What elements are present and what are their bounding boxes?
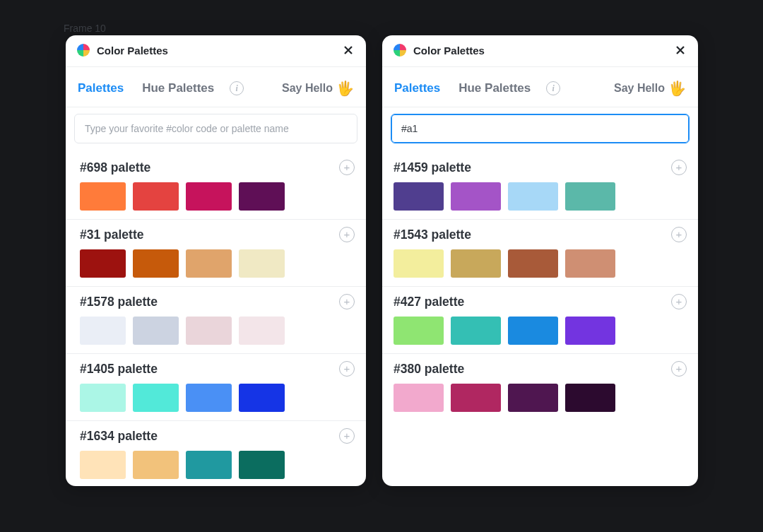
- add-palette-icon[interactable]: [339, 361, 355, 377]
- color-swatch[interactable]: [239, 451, 285, 479]
- palette-name: #1405 palette: [80, 362, 158, 377]
- palette-name: #380 palette: [394, 362, 464, 377]
- color-swatch[interactable]: [394, 182, 444, 211]
- color-swatch[interactable]: [133, 384, 179, 412]
- add-palette-icon[interactable]: [339, 294, 355, 309]
- add-palette-icon[interactable]: [339, 428, 355, 444]
- search-input[interactable]: [74, 114, 357, 143]
- add-palette-icon[interactable]: [339, 227, 355, 242]
- app-logo-icon: [77, 44, 90, 57]
- palette-name: #1578 palette: [80, 295, 158, 309]
- palette-name: #698 palette: [80, 160, 150, 175]
- color-swatch[interactable]: [239, 317, 285, 345]
- color-palettes-panel: Color Palettes Palettes Hue Palettes i S…: [66, 35, 366, 486]
- palette-item: #698 palette: [66, 153, 366, 219]
- color-swatch[interactable]: [565, 317, 615, 345]
- palette-item: #1578 palette: [66, 286, 366, 353]
- color-swatch[interactable]: [80, 317, 126, 345]
- tab-hue-palettes[interactable]: Hue Palettes: [459, 81, 531, 95]
- tab-palettes[interactable]: Palettes: [394, 81, 440, 95]
- color-swatch[interactable]: [565, 384, 615, 412]
- say-hello-label: Say Hello: [614, 82, 665, 95]
- color-swatch[interactable]: [133, 451, 179, 479]
- color-palettes-panel: Color Palettes Palettes Hue Palettes i S…: [382, 35, 698, 486]
- color-swatch[interactable]: [508, 182, 558, 211]
- add-palette-icon[interactable]: [671, 227, 687, 242]
- color-swatch[interactable]: [508, 317, 558, 345]
- palette-item: #427 palette: [382, 286, 698, 353]
- color-swatch[interactable]: [80, 182, 126, 211]
- tab-palettes[interactable]: Palettes: [78, 81, 124, 95]
- palette-name: #1543 palette: [394, 227, 471, 242]
- close-icon[interactable]: [342, 44, 355, 57]
- color-swatch[interactable]: [508, 384, 558, 412]
- palette-item: #1459 palette: [382, 153, 698, 219]
- palette-item: #1405 palette: [66, 353, 366, 420]
- color-swatch[interactable]: [239, 384, 285, 412]
- frame-label: Frame 10: [64, 23, 106, 34]
- color-swatch[interactable]: [80, 384, 126, 412]
- color-swatch[interactable]: [451, 384, 501, 412]
- palette-item: #1543 palette: [382, 219, 698, 286]
- palette-item: #31 palette: [66, 219, 366, 286]
- color-swatch[interactable]: [186, 384, 232, 412]
- say-hello-link[interactable]: Say Hello 🖐: [282, 80, 354, 97]
- tab-hue-palettes[interactable]: Hue Palettes: [142, 81, 214, 95]
- say-hello-link[interactable]: Say Hello 🖐: [614, 80, 686, 97]
- info-icon[interactable]: i: [230, 81, 244, 95]
- info-icon[interactable]: i: [546, 81, 560, 95]
- color-swatch[interactable]: [133, 249, 179, 278]
- wave-icon: 🖐: [336, 80, 354, 97]
- add-palette-icon[interactable]: [671, 160, 687, 175]
- palette-name: #1459 palette: [394, 160, 471, 175]
- color-swatch[interactable]: [186, 249, 232, 278]
- color-swatch[interactable]: [133, 317, 179, 345]
- panel-title: Color Palettes: [413, 45, 674, 57]
- panel-title: Color Palettes: [97, 45, 342, 57]
- color-swatch[interactable]: [394, 317, 444, 345]
- say-hello-label: Say Hello: [282, 82, 333, 95]
- palette-item: #380 palette: [382, 353, 698, 420]
- color-swatch[interactable]: [565, 182, 615, 211]
- color-swatch[interactable]: [451, 317, 501, 345]
- color-swatch[interactable]: [239, 249, 285, 278]
- color-swatch[interactable]: [80, 249, 126, 278]
- color-swatch[interactable]: [451, 249, 501, 278]
- color-swatch[interactable]: [451, 182, 501, 211]
- add-palette-icon[interactable]: [671, 294, 687, 309]
- add-palette-icon[interactable]: [339, 160, 355, 175]
- palette-name: #1634 palette: [80, 429, 158, 444]
- color-swatch[interactable]: [80, 451, 126, 479]
- color-swatch[interactable]: [508, 249, 558, 278]
- palette-name: #31 palette: [80, 227, 143, 242]
- color-swatch[interactable]: [133, 182, 179, 211]
- close-icon[interactable]: [674, 44, 687, 57]
- color-swatch[interactable]: [394, 249, 444, 278]
- add-palette-icon[interactable]: [671, 361, 687, 377]
- color-swatch[interactable]: [186, 451, 232, 479]
- color-swatch[interactable]: [394, 384, 444, 412]
- color-swatch[interactable]: [186, 182, 232, 211]
- palette-name: #427 palette: [394, 295, 464, 309]
- color-swatch[interactable]: [565, 249, 615, 278]
- palette-item: #1634 palette: [66, 420, 366, 486]
- color-swatch[interactable]: [239, 182, 285, 211]
- search-input[interactable]: [391, 114, 690, 143]
- wave-icon: 🖐: [668, 80, 686, 97]
- app-logo-icon: [394, 44, 406, 57]
- color-swatch[interactable]: [186, 317, 232, 345]
